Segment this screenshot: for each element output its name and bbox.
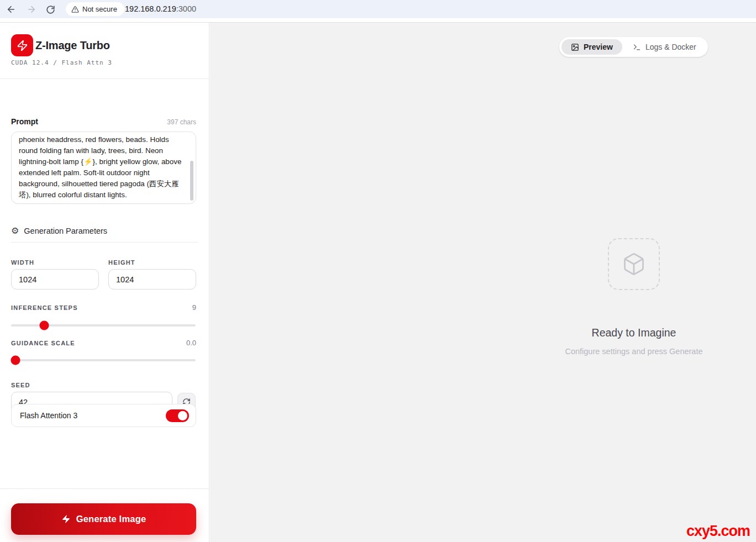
url-host: 192.168.0.219 [125,4,176,13]
inference-steps-label: INFERENCE STEPS [11,304,78,311]
empty-state-subtitle: Configure settings and press Generate [523,347,744,356]
tab-logs-label: Logs & Docker [645,43,696,51]
prompt-header: Prompt 397 chars [11,117,196,126]
inference-steps-value: 9 [192,303,196,312]
prompt-textarea[interactable]: phoenix headdress, red flowers, beads. H… [11,131,196,204]
guidance-scale-label: GUIDANCE SCALE [11,340,75,346]
bolt-icon [61,514,71,524]
height-label: HEIGHT [108,259,135,266]
image-icon [571,43,579,51]
preview-panel: Preview Logs & Docker Ready to Imagine C… [210,23,756,542]
footer-divider [0,488,209,489]
screen: Not secure 192.168.0.219:3000 Z-Image Tu… [0,0,756,542]
app-title: Z-Image Turbo [35,39,110,52]
address-bar[interactable]: 192.168.0.219:3000 [125,4,196,13]
back-icon[interactable] [4,3,18,16]
app-subtitle: CUDA 12.4 / Flash Attn 3 [11,59,112,66]
slider-track[interactable] [11,359,196,361]
app-logo [11,34,33,56]
width-input[interactable] [11,269,99,290]
prompt-char-count: 397 chars [167,118,196,126]
tab-preview[interactable]: Preview [561,39,622,55]
generation-parameters-title: Generation Parameters [24,227,107,235]
cube-icon [622,252,646,276]
watermark: cxy5.com [686,523,750,540]
bolt-emoji: ⚡ [83,157,93,166]
empty-state-placeholder [608,238,660,290]
warning-triangle-icon [71,6,79,13]
gear-icon: ⚙ [11,227,19,235]
guidance-scale-row: GUIDANCE SCALE 0.0 [11,339,196,347]
guidance-scale-slider[interactable] [11,355,196,365]
inference-steps-slider-thumb[interactable] [40,321,49,330]
not-secure-badge[interactable]: Not secure [66,2,124,16]
generation-parameters-header: ⚙ Generation Parameters [11,227,107,235]
params-divider [11,242,198,243]
security-label: Not secure [82,5,117,13]
toolbar-divider [0,18,756,23]
prompt-label: Prompt [11,117,38,126]
guidance-scale-slider-thumb[interactable] [11,356,20,365]
view-tabs: Preview Logs & Docker [559,37,708,57]
lightning-bolt-icon [17,40,28,51]
slider-track[interactable] [11,324,196,327]
prompt-scrollbar-thumb[interactable] [190,161,193,201]
prompt-text: phoenix headdress, red flowers, beads. H… [19,134,185,201]
browser-toolbar: Not secure 192.168.0.219:3000 [0,0,756,18]
height-input[interactable] [108,269,196,290]
tab-preview-label: Preview [584,43,613,51]
seed-label: SEED [11,382,30,388]
guidance-scale-value: 0.0 [186,339,196,347]
header-divider [0,78,209,79]
empty-state-title: Ready to Imagine [523,327,744,339]
sidebar: Z-Image Turbo CUDA 12.4 / Flash Attn 3 P… [0,23,209,542]
tab-logs-docker[interactable]: Logs & Docker [623,39,706,55]
flash-attention-toggle[interactable] [166,409,189,422]
generate-image-button[interactable]: Generate Image [11,503,196,535]
toggle-knob [178,411,187,420]
flash-attention-card: Flash Attention 3 [11,404,196,427]
inference-steps-row: INFERENCE STEPS 9 [11,303,196,312]
forward-icon[interactable] [25,3,38,16]
terminal-icon [633,43,641,51]
width-label: WIDTH [11,259,34,266]
flash-attention-label: Flash Attention 3 [20,411,77,420]
generate-button-label: Generate Image [76,514,146,524]
reload-icon[interactable] [44,3,57,16]
inference-steps-slider[interactable] [11,320,196,330]
url-port: :3000 [176,4,196,13]
